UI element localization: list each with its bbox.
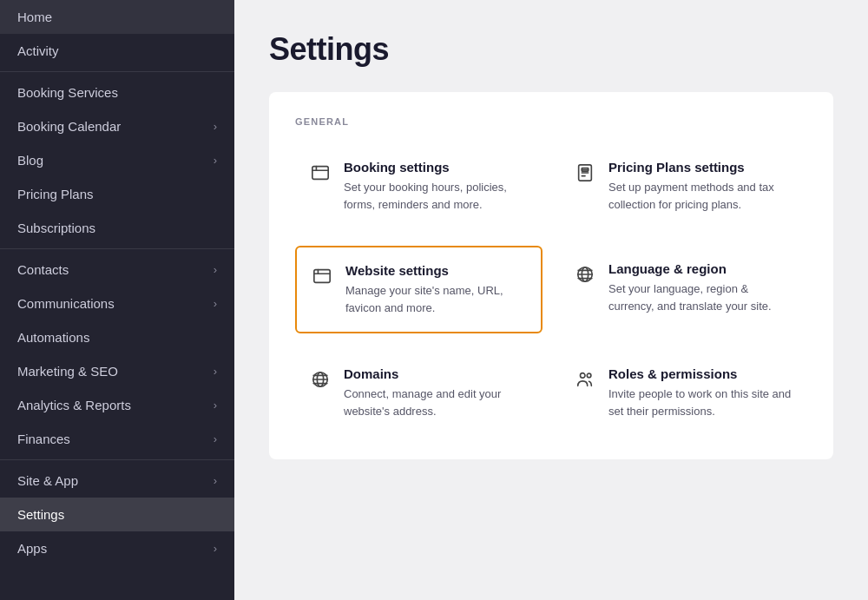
globe2-icon	[309, 368, 332, 394]
settings-card-booking-settings[interactable]: Booking settingsSet your booking hours, …	[295, 144, 542, 228]
sidebar-item-activity[interactable]: Activity	[0, 34, 234, 68]
sidebar-item-automations[interactable]: Automations	[0, 320, 234, 354]
sidebar-item-label: Booking Calendar	[17, 119, 214, 134]
sidebar-item-settings[interactable]: Settings	[0, 498, 234, 531]
sidebar-item-analytics-reports[interactable]: Analytics & Reports›	[0, 388, 234, 422]
card-content-pricing-plans-settings: Pricing Plans settingsSet up payment met…	[608, 160, 793, 213]
card-description: Set up payment methods and tax collectio…	[608, 179, 793, 213]
chevron-icon: ›	[214, 263, 217, 276]
chevron-icon: ›	[214, 399, 217, 412]
card-description: Connect, manage and edit your website's …	[344, 386, 529, 419]
sidebar-item-label: Contacts	[17, 262, 214, 277]
card-description: Invite people to work on this site and s…	[608, 386, 793, 419]
sidebar-item-label: Analytics & Reports	[17, 398, 214, 412]
svg-point-21	[581, 373, 586, 379]
card-title: Website settings	[345, 263, 527, 278]
sidebar-item-label: Apps	[17, 541, 214, 556]
sidebar-item-marketing-seo[interactable]: Marketing & SEO›	[0, 354, 234, 388]
sidebar-item-label: Finances	[17, 432, 214, 446]
globe-icon	[574, 263, 596, 289]
settings-grid: Booking settingsSet your booking hours, …	[295, 144, 807, 435]
sidebar-divider	[0, 71, 234, 72]
card-title: Booking settings	[344, 160, 529, 175]
sidebar-item-booking-calendar[interactable]: Booking Calendar›	[0, 109, 234, 143]
card-content-roles-permissions: Roles & permissionsInvite people to work…	[608, 366, 793, 419]
sidebar-item-subscriptions[interactable]: Subscriptions	[0, 211, 234, 245]
doc-icon	[574, 162, 596, 188]
chevron-icon: ›	[214, 432, 217, 445]
settings-panel: GENERAL Booking settingsSet your booking…	[269, 92, 833, 459]
sidebar-item-label: Automations	[17, 330, 217, 345]
sidebar-item-finances[interactable]: Finances›	[0, 422, 234, 456]
chevron-icon: ›	[214, 542, 217, 555]
browser-icon	[309, 162, 332, 188]
sidebar-item-label: Blog	[17, 153, 214, 168]
card-content-booking-settings: Booking settingsSet your booking hours, …	[344, 160, 529, 213]
chevron-icon: ›	[214, 474, 217, 487]
sidebar-item-home[interactable]: Home	[0, 0, 234, 34]
main-content: Settings GENERAL Booking settingsSet you…	[234, 0, 868, 600]
sidebar-item-label: Booking Services	[17, 85, 217, 100]
card-title: Language & region	[608, 261, 793, 276]
settings-card-language-region[interactable]: Language & regionSet your language, regi…	[560, 246, 807, 333]
settings-card-website-settings[interactable]: Website settingsManage your site's name,…	[295, 246, 542, 333]
card-content-language-region: Language & regionSet your language, regi…	[608, 261, 793, 314]
sidebar-item-label: Home	[17, 10, 217, 24]
sidebar-item-booking-services[interactable]: Booking Services	[0, 76, 234, 109]
sidebar-item-label: Marketing & SEO	[17, 364, 214, 379]
card-title: Pricing Plans settings	[608, 160, 793, 175]
page-title: Settings	[269, 31, 833, 68]
card-content-website-settings: Website settingsManage your site's name,…	[345, 263, 527, 316]
chevron-icon: ›	[214, 120, 217, 133]
card-content-domains: DomainsConnect, manage and edit your web…	[344, 366, 529, 419]
sidebar-item-blog[interactable]: Blog›	[0, 143, 234, 177]
chevron-icon: ›	[214, 365, 217, 378]
sidebar-item-contacts[interactable]: Contacts›	[0, 253, 234, 287]
card-description: Set your booking hours, policies, forms,…	[344, 179, 529, 213]
settings-card-domains[interactable]: DomainsConnect, manage and edit your web…	[295, 351, 542, 435]
sidebar-divider	[0, 248, 234, 249]
sidebar-item-label: Activity	[17, 43, 217, 58]
section-label: GENERAL	[295, 116, 807, 127]
card-title: Domains	[344, 366, 529, 381]
svg-rect-8	[314, 270, 330, 283]
sidebar-item-pricing-plans[interactable]: Pricing Plans	[0, 177, 234, 211]
sidebar-item-label: Settings	[17, 507, 217, 522]
settings-card-roles-permissions[interactable]: Roles & permissionsInvite people to work…	[560, 351, 807, 435]
sidebar-item-apps[interactable]: Apps›	[0, 531, 234, 565]
card-description: Set your language, region & currency, an…	[608, 280, 793, 314]
card-description: Manage your site's name, URL, favicon an…	[345, 282, 527, 316]
sidebar-item-communications[interactable]: Communications›	[0, 287, 234, 320]
sidebar: HomeActivityBooking ServicesBooking Cale…	[0, 0, 234, 600]
sidebar-item-label: Pricing Plans	[17, 187, 217, 201]
settings-card-pricing-plans-settings[interactable]: Pricing Plans settingsSet up payment met…	[560, 144, 807, 228]
people-icon	[574, 368, 596, 394]
card-title: Roles & permissions	[608, 366, 793, 381]
svg-rect-0	[312, 167, 328, 180]
sidebar-item-label: Subscriptions	[17, 221, 217, 235]
sidebar-item-label: Site & App	[17, 473, 214, 488]
sidebar-divider	[0, 459, 234, 460]
sidebar-item-label: Communications	[17, 296, 214, 311]
chevron-icon: ›	[214, 154, 217, 167]
sidebar-item-site-app[interactable]: Site & App›	[0, 464, 234, 498]
chevron-icon: ›	[214, 297, 217, 310]
browser-icon	[311, 265, 333, 291]
svg-point-22	[587, 373, 591, 378]
